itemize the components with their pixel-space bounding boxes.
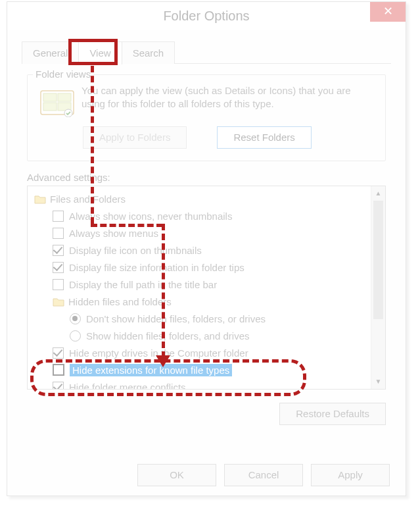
window-title: Folder Options [163,9,249,23]
folder-views-icon [39,87,75,117]
svg-rect-3 [43,103,57,111]
reset-folders-button[interactable]: Reset Folders [217,126,311,149]
checkbox-icon[interactable] [53,364,64,376]
checkbox-icon[interactable] [53,262,64,273]
svg-rect-2 [58,93,71,101]
checkbox-icon[interactable] [53,382,64,390]
option-hide-extensions[interactable]: Hide extensions for known file types [30,361,368,378]
restore-defaults-button[interactable]: Restore Defaults [279,403,386,425]
option-hide-empty-drives[interactable]: Hide empty drives in the Computer folder [30,344,368,361]
tab-view[interactable]: View [78,41,122,64]
scroll-up-icon[interactable]: ▲ [371,186,385,201]
checkbox-icon[interactable] [53,211,64,222]
svg-rect-1 [43,93,57,101]
advanced-settings-list: Files and Folders Always show icons, nev… [27,186,386,390]
radio-icon[interactable] [70,330,81,342]
scrollbar[interactable]: ▲ ▼ [371,186,385,389]
folder-views-text: You can apply the view (such as Details … [82,84,376,117]
apply-button[interactable]: Apply [311,464,390,486]
folder-icon [34,194,46,204]
tabstrip: General View Search [22,41,391,64]
option-always-show-menus[interactable]: Always show menus [30,224,368,241]
folder-icon [53,297,64,307]
option-display-file-icon[interactable]: Display file icon on thumbnails [30,241,368,259]
apply-to-folders-button: Apply to Folders [83,126,187,149]
ok-button[interactable]: OK [137,464,216,486]
radio-dont-show-hidden[interactable]: Don't show hidden files, folders, or dri… [30,310,368,327]
folder-options-window: Folder Options ✕ General View Search Fol… [7,1,406,496]
folder-views-legend: Folder views [33,68,93,80]
tree-group-hidden: Hidden files and folders [30,293,368,310]
advanced-settings-label: Advanced settings: [27,172,386,183]
option-display-file-size[interactable]: Display file size information in folder … [30,259,368,276]
checkbox-icon[interactable] [53,228,64,239]
titlebar: Folder Options ✕ [7,2,406,30]
dialog-buttons: OK Cancel Apply [137,464,390,486]
option-display-full-path[interactable]: Display the full path in the title bar [30,276,368,293]
radio-show-hidden[interactable]: Show hidden files, folders, and drives [30,327,368,344]
cancel-button[interactable]: Cancel [224,464,303,486]
tree-group: Files and Folders [30,190,368,207]
tab-search[interactable]: Search [122,41,175,64]
checkbox-icon[interactable] [53,279,64,290]
checkbox-icon[interactable] [53,245,64,256]
option-hide-merge-conflicts[interactable]: Hide folder merge conflicts [30,378,368,390]
scroll-down-icon[interactable]: ▼ [371,374,385,389]
tab-general[interactable]: General [22,41,79,64]
scroll-thumb[interactable] [373,201,383,319]
option-always-show-icons[interactable]: Always show icons, never thumbnails [30,207,368,224]
radio-icon[interactable] [70,313,81,324]
folder-views-group: Folder views You can apply the view (suc… [27,74,386,161]
checkbox-icon[interactable] [53,347,64,359]
close-button[interactable]: ✕ [370,2,406,22]
